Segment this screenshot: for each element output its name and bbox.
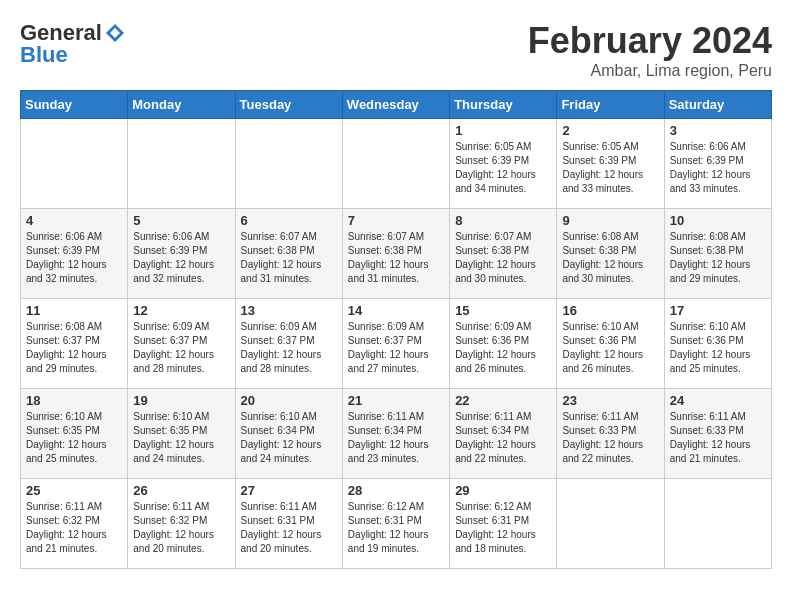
day-info: Sunrise: 6:11 AMSunset: 6:32 PMDaylight:… (26, 500, 122, 556)
day-number: 3 (670, 123, 766, 138)
calendar-week-row: 4Sunrise: 6:06 AMSunset: 6:39 PMDaylight… (21, 209, 772, 299)
calendar-day-cell (21, 119, 128, 209)
calendar-week-row: 25Sunrise: 6:11 AMSunset: 6:32 PMDayligh… (21, 479, 772, 569)
col-header-saturday: Saturday (664, 91, 771, 119)
day-number: 2 (562, 123, 658, 138)
day-info: Sunrise: 6:05 AMSunset: 6:39 PMDaylight:… (455, 140, 551, 196)
day-info: Sunrise: 6:12 AMSunset: 6:31 PMDaylight:… (455, 500, 551, 556)
day-number: 17 (670, 303, 766, 318)
day-number: 13 (241, 303, 337, 318)
day-number: 1 (455, 123, 551, 138)
day-info: Sunrise: 6:09 AMSunset: 6:37 PMDaylight:… (241, 320, 337, 376)
day-number: 29 (455, 483, 551, 498)
day-info: Sunrise: 6:06 AMSunset: 6:39 PMDaylight:… (670, 140, 766, 196)
day-info: Sunrise: 6:10 AMSunset: 6:35 PMDaylight:… (133, 410, 229, 466)
day-number: 6 (241, 213, 337, 228)
logo: General Blue (20, 20, 126, 68)
day-number: 8 (455, 213, 551, 228)
day-info: Sunrise: 6:10 AMSunset: 6:36 PMDaylight:… (670, 320, 766, 376)
calendar-day-cell (235, 119, 342, 209)
calendar-day-cell: 15Sunrise: 6:09 AMSunset: 6:36 PMDayligh… (450, 299, 557, 389)
calendar-day-cell: 20Sunrise: 6:10 AMSunset: 6:34 PMDayligh… (235, 389, 342, 479)
day-info: Sunrise: 6:11 AMSunset: 6:34 PMDaylight:… (455, 410, 551, 466)
col-header-friday: Friday (557, 91, 664, 119)
calendar-day-cell: 1Sunrise: 6:05 AMSunset: 6:39 PMDaylight… (450, 119, 557, 209)
location-title: Ambar, Lima region, Peru (528, 62, 772, 80)
calendar-day-cell: 26Sunrise: 6:11 AMSunset: 6:32 PMDayligh… (128, 479, 235, 569)
calendar-day-cell: 5Sunrise: 6:06 AMSunset: 6:39 PMDaylight… (128, 209, 235, 299)
calendar-header-row: SundayMondayTuesdayWednesdayThursdayFrid… (21, 91, 772, 119)
day-info: Sunrise: 6:06 AMSunset: 6:39 PMDaylight:… (133, 230, 229, 286)
col-header-wednesday: Wednesday (342, 91, 449, 119)
calendar-day-cell: 16Sunrise: 6:10 AMSunset: 6:36 PMDayligh… (557, 299, 664, 389)
calendar-day-cell: 3Sunrise: 6:06 AMSunset: 6:39 PMDaylight… (664, 119, 771, 209)
day-number: 27 (241, 483, 337, 498)
day-number: 14 (348, 303, 444, 318)
logo-icon (104, 22, 126, 44)
day-info: Sunrise: 6:11 AMSunset: 6:33 PMDaylight:… (562, 410, 658, 466)
calendar-day-cell: 28Sunrise: 6:12 AMSunset: 6:31 PMDayligh… (342, 479, 449, 569)
col-header-sunday: Sunday (21, 91, 128, 119)
day-number: 23 (562, 393, 658, 408)
day-number: 16 (562, 303, 658, 318)
calendar-day-cell: 7Sunrise: 6:07 AMSunset: 6:38 PMDaylight… (342, 209, 449, 299)
calendar-table: SundayMondayTuesdayWednesdayThursdayFrid… (20, 90, 772, 569)
day-info: Sunrise: 6:11 AMSunset: 6:32 PMDaylight:… (133, 500, 229, 556)
col-header-thursday: Thursday (450, 91, 557, 119)
day-info: Sunrise: 6:10 AMSunset: 6:34 PMDaylight:… (241, 410, 337, 466)
calendar-day-cell (664, 479, 771, 569)
day-info: Sunrise: 6:12 AMSunset: 6:31 PMDaylight:… (348, 500, 444, 556)
calendar-week-row: 11Sunrise: 6:08 AMSunset: 6:37 PMDayligh… (21, 299, 772, 389)
day-info: Sunrise: 6:11 AMSunset: 6:34 PMDaylight:… (348, 410, 444, 466)
calendar-day-cell: 25Sunrise: 6:11 AMSunset: 6:32 PMDayligh… (21, 479, 128, 569)
calendar-day-cell: 4Sunrise: 6:06 AMSunset: 6:39 PMDaylight… (21, 209, 128, 299)
day-number: 11 (26, 303, 122, 318)
day-number: 25 (26, 483, 122, 498)
logo-blue-text: Blue (20, 42, 68, 68)
day-info: Sunrise: 6:07 AMSunset: 6:38 PMDaylight:… (348, 230, 444, 286)
col-header-tuesday: Tuesday (235, 91, 342, 119)
day-info: Sunrise: 6:11 AMSunset: 6:33 PMDaylight:… (670, 410, 766, 466)
day-info: Sunrise: 6:10 AMSunset: 6:35 PMDaylight:… (26, 410, 122, 466)
day-number: 22 (455, 393, 551, 408)
calendar-day-cell: 21Sunrise: 6:11 AMSunset: 6:34 PMDayligh… (342, 389, 449, 479)
day-number: 4 (26, 213, 122, 228)
day-number: 5 (133, 213, 229, 228)
day-number: 20 (241, 393, 337, 408)
day-info: Sunrise: 6:07 AMSunset: 6:38 PMDaylight:… (241, 230, 337, 286)
day-number: 24 (670, 393, 766, 408)
day-number: 26 (133, 483, 229, 498)
calendar-week-row: 18Sunrise: 6:10 AMSunset: 6:35 PMDayligh… (21, 389, 772, 479)
calendar-day-cell: 10Sunrise: 6:08 AMSunset: 6:38 PMDayligh… (664, 209, 771, 299)
calendar-day-cell (128, 119, 235, 209)
calendar-day-cell: 29Sunrise: 6:12 AMSunset: 6:31 PMDayligh… (450, 479, 557, 569)
calendar-day-cell: 19Sunrise: 6:10 AMSunset: 6:35 PMDayligh… (128, 389, 235, 479)
calendar-day-cell (557, 479, 664, 569)
day-number: 18 (26, 393, 122, 408)
calendar-day-cell: 22Sunrise: 6:11 AMSunset: 6:34 PMDayligh… (450, 389, 557, 479)
day-info: Sunrise: 6:10 AMSunset: 6:36 PMDaylight:… (562, 320, 658, 376)
calendar-day-cell: 14Sunrise: 6:09 AMSunset: 6:37 PMDayligh… (342, 299, 449, 389)
day-info: Sunrise: 6:09 AMSunset: 6:37 PMDaylight:… (133, 320, 229, 376)
day-info: Sunrise: 6:11 AMSunset: 6:31 PMDaylight:… (241, 500, 337, 556)
calendar-day-cell: 11Sunrise: 6:08 AMSunset: 6:37 PMDayligh… (21, 299, 128, 389)
col-header-monday: Monday (128, 91, 235, 119)
day-info: Sunrise: 6:09 AMSunset: 6:37 PMDaylight:… (348, 320, 444, 376)
calendar-day-cell: 6Sunrise: 6:07 AMSunset: 6:38 PMDaylight… (235, 209, 342, 299)
day-number: 10 (670, 213, 766, 228)
calendar-day-cell (342, 119, 449, 209)
month-title: February 2024 (528, 20, 772, 62)
calendar-day-cell: 24Sunrise: 6:11 AMSunset: 6:33 PMDayligh… (664, 389, 771, 479)
day-number: 28 (348, 483, 444, 498)
calendar-day-cell: 12Sunrise: 6:09 AMSunset: 6:37 PMDayligh… (128, 299, 235, 389)
day-info: Sunrise: 6:08 AMSunset: 6:37 PMDaylight:… (26, 320, 122, 376)
day-info: Sunrise: 6:07 AMSunset: 6:38 PMDaylight:… (455, 230, 551, 286)
calendar-day-cell: 2Sunrise: 6:05 AMSunset: 6:39 PMDaylight… (557, 119, 664, 209)
day-info: Sunrise: 6:08 AMSunset: 6:38 PMDaylight:… (670, 230, 766, 286)
day-info: Sunrise: 6:08 AMSunset: 6:38 PMDaylight:… (562, 230, 658, 286)
calendar-day-cell: 8Sunrise: 6:07 AMSunset: 6:38 PMDaylight… (450, 209, 557, 299)
day-info: Sunrise: 6:09 AMSunset: 6:36 PMDaylight:… (455, 320, 551, 376)
page-header: General Blue February 2024 Ambar, Lima r… (20, 20, 772, 80)
calendar-day-cell: 27Sunrise: 6:11 AMSunset: 6:31 PMDayligh… (235, 479, 342, 569)
calendar-day-cell: 9Sunrise: 6:08 AMSunset: 6:38 PMDaylight… (557, 209, 664, 299)
